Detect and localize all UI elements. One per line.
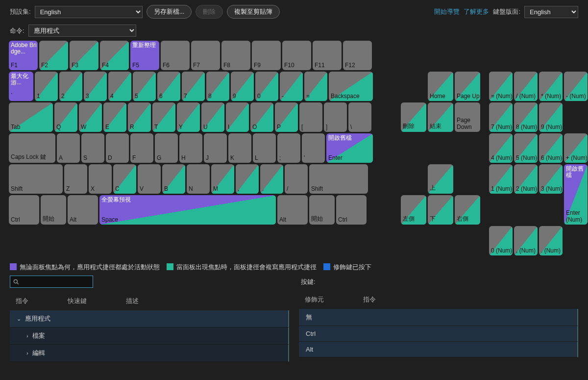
key-s[interactable]: S <box>81 133 104 163</box>
start-tour-link[interactable]: 開始導覽 <box>434 7 460 16</box>
key-o[interactable]: O <box>250 102 273 132</box>
key--[interactable]: 右側 <box>455 195 480 225</box>
key--[interactable]: / <box>285 164 308 194</box>
kb-layout-select[interactable]: English <box>524 6 578 18</box>
key--[interactable]: . <box>260 164 283 194</box>
key-x[interactable]: X <box>89 164 112 194</box>
key-4-num-[interactable]: 4 (Num) <box>489 133 513 163</box>
key-7-num-[interactable]: 7 (Num) <box>489 102 513 132</box>
key-f4[interactable]: F4 <box>100 41 129 70</box>
key-shift[interactable]: Shift <box>9 164 63 194</box>
key-f10[interactable]: F10 <box>282 41 311 70</box>
key--num-[interactable]: . (Num) <box>539 226 563 255</box>
key-9-num-[interactable]: 9 (Num) <box>539 102 563 132</box>
key-r[interactable]: R <box>128 102 151 132</box>
key-v[interactable]: V <box>138 164 161 194</box>
key--num-[interactable]: = (Num) <box>489 72 513 101</box>
key-f9[interactable]: F9 <box>252 41 281 70</box>
key--[interactable]: 上 <box>428 164 453 194</box>
save-as-button[interactable]: 另存新檔... <box>147 5 192 19</box>
key-f3[interactable]: F3 <box>70 41 98 70</box>
key--[interactable]: [ <box>299 102 322 132</box>
key-f11[interactable]: F11 <box>313 41 342 70</box>
key-f12[interactable]: F12 <box>343 41 372 70</box>
key-f1[interactable]: Adobe Bridge...F1 <box>9 41 38 70</box>
key-2[interactable]: 2 <box>59 72 82 101</box>
key--[interactable]: \ <box>348 102 371 132</box>
key-d[interactable]: D <box>106 133 129 163</box>
key-page-down[interactable]: Page Down <box>455 102 480 132</box>
key-5[interactable]: 5 <box>133 72 156 101</box>
key--num-[interactable]: * (Num) <box>539 72 563 101</box>
key-2-num-[interactable]: 2 (Num) <box>514 164 538 194</box>
key-6[interactable]: 6 <box>157 72 180 101</box>
key--[interactable]: ] <box>324 102 347 132</box>
tree-row-edit[interactable]: ›編輯 <box>10 345 289 362</box>
key--[interactable]: 開始 <box>41 195 66 225</box>
key-space[interactable]: 全螢幕預視Space <box>99 195 276 225</box>
key-b[interactable]: B <box>162 164 185 194</box>
key-f8[interactable]: F8 <box>221 41 250 70</box>
key-3-num-[interactable]: 3 (Num) <box>539 164 563 194</box>
key--[interactable]: 結束 <box>428 102 453 132</box>
preset-select[interactable]: English <box>35 6 143 18</box>
key-ctrl[interactable]: Ctrl <box>336 195 367 225</box>
key--num-[interactable]: + (Num) <box>564 133 588 163</box>
key-9[interactable]: 9 <box>231 72 254 101</box>
key--[interactable]: = <box>304 72 327 101</box>
key--[interactable]: - <box>280 72 303 101</box>
copy-clipboard-button[interactable]: 複製至剪貼簿 <box>227 5 280 19</box>
key-g[interactable]: G <box>155 133 178 163</box>
key-6-num-[interactable]: 6 (Num) <box>539 133 563 163</box>
key-enter-num-[interactable]: 開啟舊檔Enter (Num) <box>564 164 588 225</box>
mod-row-alt[interactable]: Alt <box>299 342 578 357</box>
key--[interactable]: 最大化游...` <box>9 72 33 101</box>
key-y[interactable]: Y <box>177 102 200 132</box>
key--[interactable]: 下 <box>428 195 453 225</box>
key-f5[interactable]: 重新整理F5 <box>130 41 159 70</box>
key-p[interactable]: P <box>275 102 298 132</box>
key-f7[interactable]: F7 <box>191 41 220 70</box>
key-i[interactable]: I <box>226 102 249 132</box>
key-f2[interactable]: F2 <box>39 41 68 70</box>
key-alt[interactable]: Alt <box>277 195 308 225</box>
key-alt[interactable]: Alt <box>68 195 98 225</box>
key-tab[interactable]: Tab <box>9 102 53 132</box>
key-m[interactable]: M <box>211 164 234 194</box>
key-8-num-[interactable]: 8 (Num) <box>514 102 538 132</box>
key-f6[interactable]: F6 <box>161 41 190 70</box>
key-1[interactable]: 1 <box>35 72 58 101</box>
key-home[interactable]: Home <box>428 72 453 101</box>
tree-row-file[interactable]: ›檔案 <box>10 328 289 345</box>
key--num-[interactable]: , (Num) <box>514 226 538 255</box>
key-l[interactable]: L <box>253 133 276 163</box>
key-ctrl[interactable]: Ctrl <box>9 195 39 225</box>
key--[interactable]: ; <box>277 133 300 163</box>
key-q[interactable]: Q <box>54 102 77 132</box>
key--[interactable]: 左側 <box>401 195 426 225</box>
key-w[interactable]: W <box>79 102 102 132</box>
key-f[interactable]: F <box>130 133 153 163</box>
key-e[interactable]: E <box>103 102 126 132</box>
tree-row-app[interactable]: ⌄應用程式 <box>10 310 289 328</box>
key-n[interactable]: N <box>187 164 210 194</box>
key-shift[interactable]: Shift <box>309 164 368 194</box>
key-enter[interactable]: 開啟舊檔Enter <box>326 133 373 163</box>
key--num-[interactable]: / (Num) <box>514 72 538 101</box>
key--[interactable]: 開始 <box>309 195 335 225</box>
key-page-up[interactable]: Page Up <box>455 72 480 101</box>
key-caps-lock-[interactable]: Caps Lock 鍵 <box>9 133 55 163</box>
key-4[interactable]: 4 <box>108 72 131 101</box>
delete-button[interactable]: 刪除 <box>196 5 223 19</box>
key-c[interactable]: C <box>113 164 136 194</box>
key-k[interactable]: K <box>228 133 251 163</box>
key--[interactable]: ' <box>302 133 325 163</box>
key-u[interactable]: U <box>201 102 224 132</box>
key-5-num-[interactable]: 5 (Num) <box>514 133 538 163</box>
key-backspace[interactable]: Backspace <box>329 72 373 101</box>
key--[interactable]: , <box>236 164 259 194</box>
key-t[interactable]: T <box>152 102 175 132</box>
key-j[interactable]: J <box>204 133 227 163</box>
key--[interactable]: 刪除 <box>401 102 426 132</box>
key-0[interactable]: 0 <box>255 72 278 101</box>
